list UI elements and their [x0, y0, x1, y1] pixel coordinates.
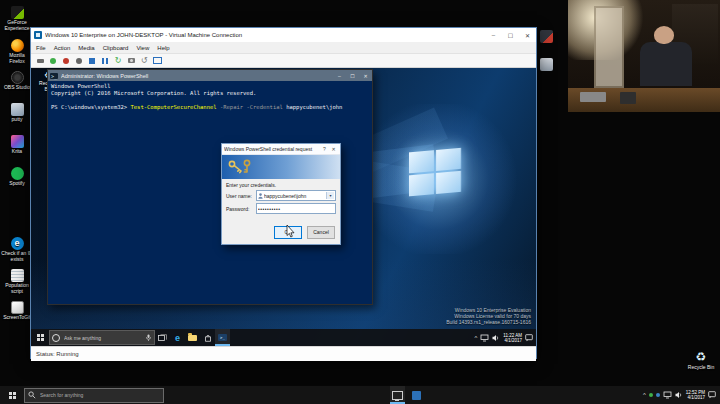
host-recycle-bin[interactable]: ♻ Recycle Bin	[686, 350, 716, 370]
save-vm-button[interactable]	[87, 56, 97, 66]
menu-clipboard[interactable]: Clipboard	[103, 45, 129, 51]
desktop-icon-firefox[interactable]: Mozilla Firefox	[1, 39, 33, 64]
desktop-icon[interactable]	[540, 30, 553, 43]
recycle-bin-label: Recycle Bin	[686, 364, 716, 370]
store-button[interactable]	[200, 329, 215, 346]
menu-help[interactable]: Help	[157, 45, 169, 51]
geforce-icon	[11, 6, 24, 19]
hyperv-window-icon	[34, 31, 42, 39]
desktop-icon-label: Check if an ID exists	[1, 251, 33, 262]
person-body	[640, 42, 692, 86]
microphone-icon	[145, 334, 152, 342]
start-vm-button[interactable]	[48, 56, 58, 66]
powershell-title-bar: >_ Administrator: Windows PowerShell – ☐…	[48, 70, 372, 81]
argument-token: happycubenet\john	[286, 104, 342, 110]
credential-dialog: Windows PowerShell credential request ? …	[221, 143, 341, 245]
powershell-taskbar-button[interactable]: >_	[215, 329, 230, 346]
desktop-icon-script-e[interactable]: e Check if an ID exists	[1, 237, 33, 262]
edge-taskbar-icon[interactable]: e	[170, 329, 185, 346]
menu-file[interactable]: File	[36, 45, 46, 51]
taskbar-app-button[interactable]	[409, 386, 424, 404]
reset-icon: ↻	[115, 57, 122, 65]
desktop-icon-krita[interactable]: Krita	[1, 135, 33, 155]
dialog-help-button[interactable]: ?	[320, 146, 329, 152]
tray-chevron-icon[interactable]: ^	[474, 335, 477, 341]
vm-search-box[interactable]	[49, 330, 155, 345]
speaker-icon[interactable]	[675, 391, 683, 399]
desktop-icon-population-script[interactable]: Population script	[1, 269, 33, 294]
desktop-icon-label: OBS Studio	[4, 85, 30, 91]
host-clock[interactable]: 12:52 PM 4/1/2017	[686, 390, 705, 400]
powershell-title: Administrator: Windows PowerShell	[61, 73, 333, 79]
enhanced-session-icon	[153, 57, 162, 64]
dialog-close-button[interactable]: ✕	[329, 146, 338, 152]
status-text: Status: Running	[36, 351, 79, 357]
host-search-input[interactable]	[38, 391, 160, 399]
menu-media[interactable]: Media	[78, 45, 94, 51]
minimize-button[interactable]: –	[485, 28, 502, 42]
desktop-icon[interactable]	[540, 58, 553, 71]
turn-off-button[interactable]	[61, 56, 71, 66]
recycle-bin-icon: ♻	[686, 350, 716, 364]
vm-start-button[interactable]	[31, 329, 49, 346]
enhanced-session-button[interactable]	[152, 56, 162, 66]
task-view-button[interactable]	[155, 329, 170, 346]
desktop-icon-label: Population script	[1, 283, 33, 294]
dropdown-icon[interactable]: ▾	[326, 192, 334, 199]
ps-minimize-button[interactable]: –	[333, 70, 346, 81]
tray-app-icon[interactable]	[649, 393, 653, 397]
username-field[interactable]: happycubenet\john ▾	[256, 190, 336, 201]
host-search-box[interactable]	[24, 388, 164, 403]
password-field[interactable]: ••••••••••	[256, 203, 336, 214]
vm-status-bar: Status: Running	[31, 346, 536, 361]
host-system-tray: ^ 12:52 PM 4/1/2017	[643, 386, 720, 404]
vm-screen[interactable]: ♻ Recycle Bin >_ Administrator: Windows …	[31, 68, 536, 346]
desktop-icon-obs[interactable]: OBS Studio	[1, 71, 33, 91]
checkpoint-button[interactable]	[126, 56, 136, 66]
password-value: ••••••••••	[258, 206, 334, 212]
edge-icon: e	[175, 333, 180, 343]
desktop-icon-geforce[interactable]: GeForce Experience	[1, 6, 33, 31]
file-explorer-button[interactable]	[185, 329, 200, 346]
internet-explorer-icon: e	[11, 237, 24, 250]
network-icon[interactable]	[480, 334, 489, 342]
ctrl-alt-del-button[interactable]	[35, 56, 45, 66]
tray-app-icon[interactable]	[656, 393, 660, 397]
close-button[interactable]: ✕	[519, 28, 536, 42]
start-button[interactable]	[0, 386, 24, 404]
vmconnect-taskbar-button[interactable]	[390, 386, 405, 404]
ps-maximize-button[interactable]: ☐	[346, 70, 359, 81]
cancel-button[interactable]: Cancel	[307, 226, 335, 239]
powershell-icon: >_	[218, 334, 227, 341]
revert-button[interactable]: ↺	[139, 56, 149, 66]
action-center-icon[interactable]	[525, 334, 533, 342]
shutdown-icon	[76, 58, 82, 64]
reset-button[interactable]: ↻	[113, 56, 123, 66]
maximize-button[interactable]: ☐	[502, 28, 519, 42]
speaker-icon[interactable]	[492, 334, 500, 342]
screentogif-icon	[11, 301, 24, 314]
desktop-icon-spotify[interactable]: Spotify	[1, 167, 33, 187]
cmdlet-token: Test-ComputerSecureChannel	[130, 104, 216, 110]
tray-chevron-icon[interactable]: ^	[643, 392, 646, 398]
ps-close-button[interactable]: ✕	[359, 70, 372, 81]
pause-button[interactable]	[100, 56, 110, 66]
store-bag-icon	[204, 334, 212, 342]
desktop-icon-screentogif[interactable]: ScreenToGif	[1, 301, 33, 321]
windows-logo-icon	[9, 392, 16, 399]
menu-action[interactable]: Action	[54, 45, 71, 51]
vm-search-input[interactable]	[62, 334, 143, 342]
network-icon[interactable]	[663, 391, 672, 399]
spotify-icon	[11, 167, 24, 180]
shutdown-button[interactable]	[74, 56, 84, 66]
vm-clock[interactable]: 11:22 AM 4/1/2017	[503, 333, 522, 343]
desktop-icon-putty[interactable]: putty	[1, 103, 33, 123]
menu-view[interactable]: View	[136, 45, 149, 51]
desk-item	[580, 92, 606, 102]
username-label: User name:	[226, 193, 256, 199]
credential-banner	[222, 155, 340, 179]
webcam-overlay	[568, 0, 720, 112]
username-value: happycubenet\john	[264, 193, 325, 199]
krita-icon	[11, 135, 24, 148]
action-center-icon[interactable]	[708, 391, 716, 399]
